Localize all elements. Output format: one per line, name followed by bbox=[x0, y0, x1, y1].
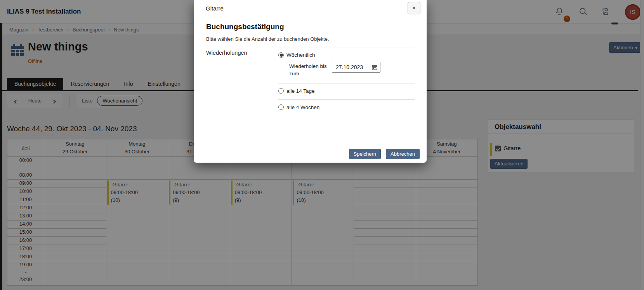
radio-unselected-icon bbox=[278, 104, 284, 110]
save-button[interactable]: Speichern bbox=[349, 149, 381, 159]
cancel-button[interactable]: Abbrechen bbox=[386, 149, 420, 159]
radio-unselected-icon bbox=[278, 88, 284, 94]
close-icon[interactable]: × bbox=[408, 2, 420, 14]
repeat-until-row: Wiederholen bis zum bbox=[278, 62, 415, 78]
modal-header: Gitarre × bbox=[194, 0, 427, 17]
recurrence-form: Wiederholungen Wöchentlich Wiederholen b… bbox=[206, 47, 415, 116]
recurrence-options: Wöchentlich Wiederholen bis zum alle 14 … bbox=[278, 47, 415, 116]
radio-option-label: alle 4 Wochen bbox=[286, 104, 319, 110]
modal-title: Gitarre bbox=[206, 0, 224, 17]
modal-description: Bitte wählen Sie die Anzahl der zu buche… bbox=[206, 36, 415, 42]
radio-option-2[interactable]: alle 4 Wochen bbox=[278, 104, 415, 110]
radio-option-label: Wöchentlich bbox=[286, 52, 315, 58]
radio-option-0[interactable]: Wöchentlich bbox=[278, 52, 415, 58]
modal-body: Buchungsbestätigung Bitte wählen Sie die… bbox=[194, 17, 427, 116]
radio-selected-icon bbox=[278, 52, 284, 58]
radio-option-1[interactable]: alle 14 Tage bbox=[278, 88, 415, 94]
modal-footer: Speichern Abbrechen bbox=[194, 145, 427, 163]
booking-modal: Gitarre × Buchungsbestätigung Bitte wähl… bbox=[194, 0, 427, 163]
calendar-picker-icon[interactable] bbox=[372, 64, 377, 70]
modal-heading: Buchungsbestätigung bbox=[206, 23, 415, 31]
radio-option-label: alle 14 Tage bbox=[286, 88, 315, 94]
repeat-until-label: Wiederholen bis zum bbox=[289, 62, 332, 78]
recurrence-label: Wiederholungen bbox=[206, 47, 278, 116]
